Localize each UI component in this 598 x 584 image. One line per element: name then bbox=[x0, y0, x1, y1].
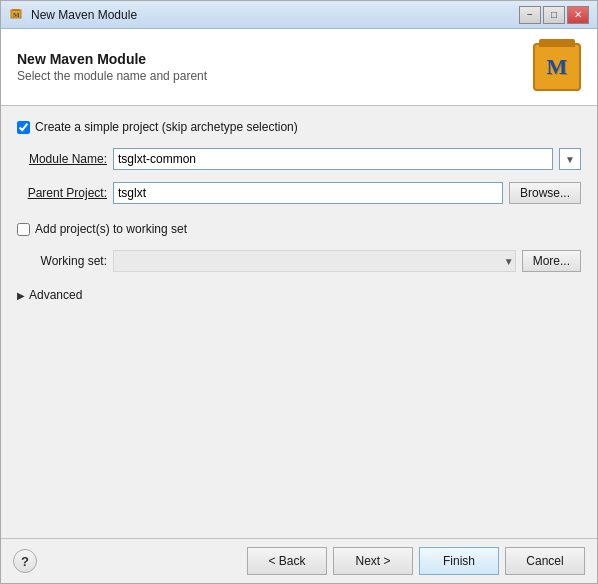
finish-button[interactable]: Finish bbox=[419, 547, 499, 575]
advanced-row[interactable]: ▶ Advanced bbox=[17, 288, 581, 302]
working-set-dropdown-wrapper: ▼ bbox=[113, 250, 516, 272]
minimize-button[interactable]: − bbox=[519, 6, 541, 24]
parent-project-label: Parent Project: bbox=[17, 186, 107, 200]
footer-left: ? bbox=[13, 549, 37, 573]
simple-project-label[interactable]: Create a simple project (skip archetype … bbox=[35, 120, 298, 134]
svg-text:M: M bbox=[13, 11, 20, 19]
dialog-subtitle: Select the module name and parent bbox=[17, 69, 207, 83]
footer: ? < Back Next > Finish Cancel bbox=[1, 538, 597, 583]
back-button[interactable]: < Back bbox=[247, 547, 327, 575]
header-section: New Maven Module Select the module name … bbox=[1, 29, 597, 106]
cancel-button[interactable]: Cancel bbox=[505, 547, 585, 575]
header-text: New Maven Module Select the module name … bbox=[17, 51, 207, 83]
more-button[interactable]: More... bbox=[522, 250, 581, 272]
main-window: M New Maven Module − □ ✕ New Maven Modul… bbox=[0, 0, 598, 584]
dialog-title: New Maven Module bbox=[17, 51, 207, 67]
working-set-select[interactable] bbox=[113, 250, 516, 272]
working-set-checkbox[interactable] bbox=[17, 223, 30, 236]
simple-project-checkbox[interactable] bbox=[17, 121, 30, 134]
module-name-row: Module Name: ▼ bbox=[17, 148, 581, 170]
working-set-row: Working set: ▼ More... bbox=[17, 250, 581, 272]
advanced-label: Advanced bbox=[29, 288, 82, 302]
spacer bbox=[17, 312, 581, 524]
maximize-button[interactable]: □ bbox=[543, 6, 565, 24]
maven-letter: M bbox=[547, 54, 568, 80]
working-set-label: Working set: bbox=[17, 254, 107, 268]
module-name-dropdown-arrow[interactable]: ▼ bbox=[559, 148, 581, 170]
window-icon: M bbox=[9, 7, 25, 23]
module-name-label-text: Module Name: bbox=[29, 152, 107, 166]
form-content: Create a simple project (skip archetype … bbox=[1, 106, 597, 538]
parent-project-input[interactable] bbox=[113, 182, 503, 204]
working-set-checkbox-label[interactable]: Add project(s) to working set bbox=[35, 222, 187, 236]
module-name-input[interactable] bbox=[113, 148, 553, 170]
advanced-triangle-icon: ▶ bbox=[17, 290, 25, 301]
footer-buttons: < Back Next > Finish Cancel bbox=[247, 547, 585, 575]
close-button[interactable]: ✕ bbox=[567, 6, 589, 24]
parent-project-row: Parent Project: Browse... bbox=[17, 182, 581, 204]
window-controls: − □ ✕ bbox=[519, 6, 589, 24]
maven-lid-decoration bbox=[539, 39, 575, 47]
parent-project-label-text: Parent Project: bbox=[28, 186, 107, 200]
browse-button[interactable]: Browse... bbox=[509, 182, 581, 204]
window-title: New Maven Module bbox=[31, 8, 519, 22]
maven-logo: M bbox=[533, 43, 581, 91]
next-button[interactable]: Next > bbox=[333, 547, 413, 575]
help-button[interactable]: ? bbox=[13, 549, 37, 573]
title-bar: M New Maven Module − □ ✕ bbox=[1, 1, 597, 29]
working-set-checkbox-row: Add project(s) to working set bbox=[17, 222, 581, 236]
svg-rect-2 bbox=[12, 9, 20, 11]
simple-project-row: Create a simple project (skip archetype … bbox=[17, 120, 581, 134]
module-name-label: Module Name: bbox=[17, 152, 107, 166]
